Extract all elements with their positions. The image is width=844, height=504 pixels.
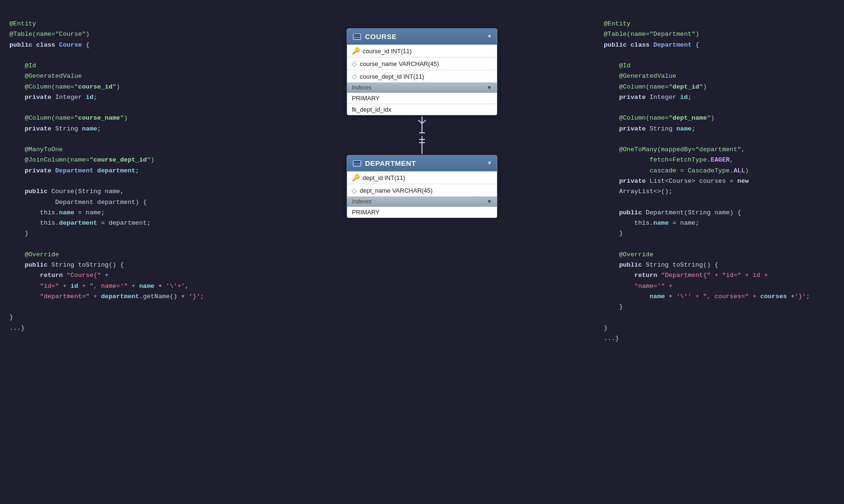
- column-name: course_id INT(11): [363, 48, 412, 55]
- index-row: fk_dept_id_idx: [347, 104, 497, 115]
- relationship-connector: [347, 115, 497, 155]
- pk-icon: 🔑: [352, 47, 360, 55]
- right-code-panel: @Entity @Table(name="Department") public…: [604, 19, 835, 344]
- indexes-label: Indexes: [352, 84, 372, 91]
- table-row: 🔑 dept_id INT(11): [347, 171, 497, 184]
- dept-header-left: DEPARTMENT: [353, 159, 416, 167]
- left-code-panel: @Entity @Table(name="Course") public cla…: [9, 19, 240, 333]
- course-table-dropdown-icon[interactable]: ▼: [488, 33, 491, 40]
- course-code: @Entity @Table(name="Course") public cla…: [9, 19, 240, 333]
- department-table-title: DEPARTMENT: [365, 159, 416, 167]
- table-row: ◇ course_name VARCHAR(45): [347, 57, 497, 70]
- course-table-title: COURSE: [365, 33, 397, 41]
- course-table-header: COURSE ▼: [347, 29, 497, 45]
- course-indexes-header: Indexes ▼: [347, 82, 497, 93]
- course-header-left: COURSE: [353, 33, 397, 41]
- fk-icon: ◇: [352, 73, 357, 80]
- department-table: DEPARTMENT ▼ 🔑 dept_id INT(11) ◇ dept_na…: [347, 155, 497, 218]
- course-table-body: 🔑 course_id INT(11) ◇ course_name VARCHA…: [347, 45, 497, 82]
- department-code: @Entity @Table(name="Department") public…: [604, 19, 835, 344]
- table-row: ◇ dept_name VARCHAR(45): [347, 184, 497, 196]
- indexes-label: Indexes: [352, 198, 372, 205]
- column-name: dept_name VARCHAR(45): [360, 187, 432, 194]
- pk-icon: 🔑: [352, 174, 360, 181]
- er-diagram: COURSE ▼ 🔑 course_id INT(11) ◇ course_na…: [347, 28, 497, 218]
- table-row: ◇ course_dept_id INT(11): [347, 70, 497, 82]
- index-row: PRIMARY: [347, 207, 497, 218]
- department-table-header: DEPARTMENT ▼: [347, 155, 497, 171]
- table-icon: [353, 33, 361, 40]
- department-table-body: 🔑 dept_id INT(11) ◇ dept_name VARCHAR(45…: [347, 171, 497, 196]
- table-icon: [353, 160, 361, 167]
- svg-line-1: [418, 120, 422, 123]
- course-table: COURSE ▼ 🔑 course_id INT(11) ◇ course_na…: [347, 28, 497, 115]
- svg-line-2: [422, 120, 426, 123]
- dept-indexes-dropdown-icon[interactable]: ▼: [487, 198, 492, 205]
- table-row: 🔑 course_id INT(11): [347, 45, 497, 57]
- connector-svg: [413, 116, 431, 154]
- index-row: PRIMARY: [347, 93, 497, 104]
- column-name: course_dept_id INT(11): [360, 73, 424, 80]
- fk-icon: ◇: [352, 187, 357, 194]
- fk-icon: ◇: [352, 60, 357, 67]
- column-name: dept_id INT(11): [363, 174, 405, 181]
- indexes-dropdown-icon[interactable]: ▼: [487, 84, 492, 91]
- column-name: course_name VARCHAR(45): [360, 60, 439, 67]
- dept-indexes-header: Indexes ▼: [347, 196, 497, 207]
- dept-table-dropdown-icon[interactable]: ▼: [488, 160, 491, 167]
